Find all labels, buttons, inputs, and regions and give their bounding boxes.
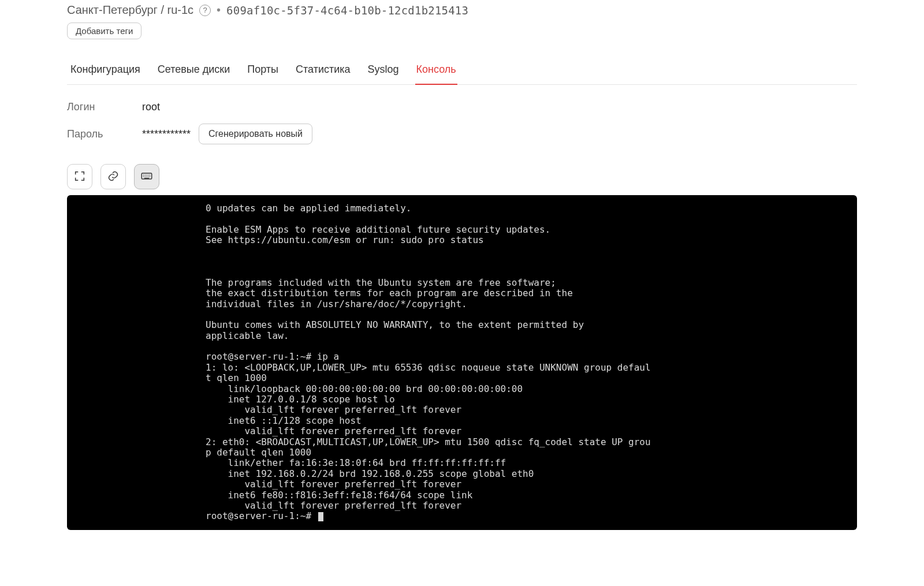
fullscreen-button[interactable] <box>67 164 92 189</box>
tab-console[interactable]: Консоль <box>415 55 457 85</box>
tab-ports[interactable]: Порты <box>246 55 280 85</box>
tab-network-disks[interactable]: Сетевые диски <box>157 55 231 85</box>
cursor-block <box>318 512 323 521</box>
keyboard-button[interactable] <box>134 164 159 189</box>
keyboard-icon <box>140 170 153 184</box>
separator-dot: • <box>217 3 221 17</box>
tab-statistics[interactable]: Статистика <box>295 55 352 85</box>
fullscreen-icon <box>73 170 86 184</box>
server-uuid: 609af10c-5f37-4c64-b10b-12cd1b215413 <box>226 4 468 17</box>
generate-password-button[interactable]: Сгенерировать новый <box>199 124 312 144</box>
credentials-block: Логин root Пароль ************ Сгенериро… <box>67 101 857 144</box>
login-label: Логин <box>67 101 142 113</box>
login-value: root <box>142 101 857 113</box>
console-toolbar <box>67 164 857 189</box>
copy-link-button[interactable] <box>100 164 126 189</box>
location-text: Санкт-Петербург / ru-1c <box>67 3 193 17</box>
console-text: 0 updates can be applied immediately. En… <box>206 203 651 521</box>
help-icon[interactable]: ? <box>199 5 211 16</box>
tab-configuration[interactable]: Конфигурация <box>69 55 141 85</box>
add-tags-button[interactable]: Добавить теги <box>67 23 141 39</box>
password-label: Пароль <box>67 128 142 140</box>
tab-syslog[interactable]: Syslog <box>367 55 400 85</box>
console-output[interactable]: 0 updates can be applied immediately. En… <box>67 195 857 530</box>
tabs-bar: Конфигурация Сетевые диски Порты Статист… <box>67 55 857 85</box>
password-value: ************ <box>142 128 191 140</box>
link-icon <box>107 170 120 184</box>
header-info: Санкт-Петербург / ru-1c ? • 609af10c-5f3… <box>67 0 857 23</box>
